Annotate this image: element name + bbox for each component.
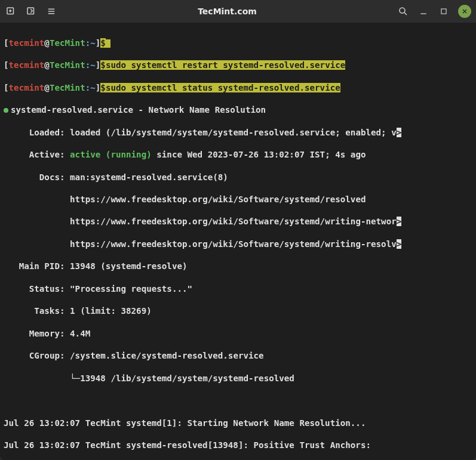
close-button[interactable] xyxy=(458,5,471,18)
status-dot-icon xyxy=(4,108,8,113)
service-header: systemd-resolved.service - Network Name … xyxy=(4,104,472,116)
service-docs-1: Docs: man:systemd-resolved.service(8) xyxy=(4,172,472,183)
titlebar-right xyxy=(397,5,471,18)
command-restart: sudo systemctl restart systemd-resolved.… xyxy=(106,60,345,70)
maximize-button[interactable] xyxy=(438,5,450,17)
terminal-body[interactable]: [tecmint@TecMint:~]$ [tecmint@TecMint:~]… xyxy=(0,23,476,460)
titlebar-left xyxy=(5,5,57,17)
service-cgroup: CGroup: /system.slice/systemd-resolved.s… xyxy=(4,350,472,362)
prompt-line-status: [tecmint@TecMint:~]$sudo systemctl statu… xyxy=(4,82,472,94)
journal-line: Jul 26 13:02:07 TecMint systemd-resolved… xyxy=(4,440,472,451)
overflow-arrow-icon: > xyxy=(397,239,402,249)
service-loaded: Loaded: loaded (/lib/systemd/system/syst… xyxy=(4,127,472,138)
service-cgroup-child: └─13948 /lib/systemd/system/systemd-reso… xyxy=(4,373,472,384)
minimize-button[interactable] xyxy=(417,5,429,17)
overflow-arrow-icon: > xyxy=(397,128,402,137)
svg-point-2 xyxy=(400,8,405,13)
cursor-highlight-icon xyxy=(106,39,110,48)
journal-line: Jul 26 13:02:07 TecMint systemd[1]: Star… xyxy=(4,418,472,429)
service-mainpid: Main PID: 13948 (systemd-resolve) xyxy=(4,261,472,272)
prompt-line-restart: [tecmint@TecMint:~]$sudo systemctl resta… xyxy=(4,60,472,71)
service-tasks: Tasks: 1 (limit: 38269) xyxy=(4,305,472,317)
service-active: Active: active (running) since Wed 2023-… xyxy=(4,149,472,160)
terminal-window: TecMint.com xyxy=(0,0,476,460)
new-tab-button[interactable] xyxy=(5,5,17,17)
service-memory: Memory: 4.4M xyxy=(4,328,472,339)
open-menu-button[interactable] xyxy=(25,5,37,17)
service-docs-4: https://www.freedesktop.org/wiki/Softwar… xyxy=(4,239,472,250)
service-docs-3: https://www.freedesktop.org/wiki/Softwar… xyxy=(4,216,472,227)
overflow-arrow-icon: > xyxy=(397,217,402,226)
service-status: Status: "Processing requests..." xyxy=(4,283,472,295)
search-button[interactable] xyxy=(397,5,409,17)
command-status: sudo systemctl status systemd-resolved.s… xyxy=(106,83,340,92)
service-docs-2: https://www.freedesktop.org/wiki/Softwar… xyxy=(4,194,472,205)
svg-rect-3 xyxy=(441,9,446,14)
window-title: TecMint.com xyxy=(57,7,397,16)
prompt-line-empty: [tecmint@TecMint:~]$ xyxy=(4,38,472,49)
blank-line xyxy=(4,395,472,406)
hamburger-menu-button[interactable] xyxy=(45,5,57,17)
titlebar: TecMint.com xyxy=(0,0,476,23)
